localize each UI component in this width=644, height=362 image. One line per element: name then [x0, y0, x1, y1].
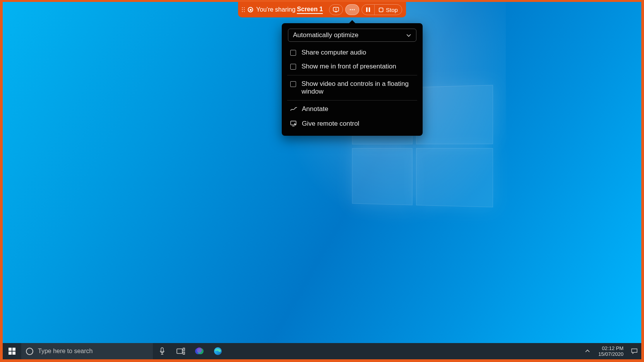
svg-rect-6	[379, 8, 383, 12]
chevron-up-icon	[585, 349, 590, 353]
svg-rect-10	[9, 352, 12, 355]
floating-window-label: Show video and controls in a floating wi…	[301, 80, 414, 96]
svg-point-2	[352, 9, 353, 10]
show-me-checkbox[interactable]: Show me in front of presentation	[285, 60, 420, 73]
cortana-circle-icon	[26, 348, 33, 355]
system-tray: 02:12 PM 15/07/2020	[581, 343, 641, 359]
action-center-button[interactable]	[627, 343, 641, 359]
panel-caret-icon	[349, 20, 355, 23]
drag-handle-icon[interactable]	[242, 7, 245, 12]
chevron-down-icon	[406, 33, 411, 37]
taskbar-search-input[interactable]: Type here to search	[21, 343, 153, 359]
checkbox-icon	[290, 50, 296, 56]
desktop-background: You're sharing Screen 1	[3, 2, 641, 359]
remote-control-menu-item[interactable]: Give remote control	[285, 117, 420, 132]
divider	[287, 75, 417, 75]
pause-sharing-button[interactable]	[362, 5, 374, 15]
webex-icon	[195, 347, 204, 356]
svg-rect-8	[9, 348, 12, 351]
edge-icon	[214, 347, 222, 355]
checkbox-icon	[290, 81, 296, 87]
recording-indicator-icon	[248, 7, 253, 12]
clock-date: 15/07/2020	[598, 351, 623, 357]
optimize-dropdown-label: Automatically optimize	[293, 31, 358, 39]
svg-rect-4	[366, 7, 368, 12]
svg-rect-14	[183, 348, 185, 350]
stop-sharing-button[interactable]: Stop	[375, 5, 402, 15]
divider	[287, 100, 417, 101]
microphone-icon	[159, 347, 165, 355]
svg-rect-13	[177, 349, 182, 353]
svg-rect-12	[161, 348, 163, 352]
start-button[interactable]	[3, 343, 21, 359]
checkbox-icon	[290, 64, 296, 70]
svg-point-1	[350, 9, 351, 10]
windows-taskbar: Type here to search	[3, 343, 641, 359]
optimize-dropdown[interactable]: Automatically optimize	[288, 29, 416, 42]
svg-rect-15	[183, 352, 185, 354]
windows-icon	[9, 348, 15, 355]
svg-rect-5	[369, 7, 370, 12]
more-options-button[interactable]	[345, 4, 359, 15]
notification-icon	[631, 348, 638, 354]
remote-control-icon	[290, 121, 297, 129]
annotate-icon	[290, 106, 297, 114]
svg-rect-9	[12, 348, 15, 351]
annotate-label: Annotate	[302, 105, 328, 113]
share-audio-checkbox[interactable]: Share computer audio	[285, 46, 420, 60]
taskbar-clock[interactable]: 02:12 PM 15/07/2020	[594, 345, 627, 357]
search-placeholder: Type here to search	[38, 348, 92, 355]
task-view-icon	[176, 348, 185, 355]
clock-time: 02:12 PM	[598, 345, 623, 351]
webex-app-button[interactable]	[190, 343, 209, 359]
remote-control-label: Give remote control	[302, 120, 359, 128]
stop-label: Stop	[386, 7, 398, 13]
svg-point-3	[354, 9, 355, 10]
svg-rect-11	[12, 352, 15, 355]
sharing-toolbar: You're sharing Screen 1	[238, 2, 406, 17]
task-view-button[interactable]	[171, 343, 190, 359]
microphone-button[interactable]	[153, 343, 171, 359]
screen-selection-link[interactable]: Screen 1	[297, 6, 323, 14]
pop-out-button[interactable]	[329, 4, 343, 15]
edge-app-button[interactable]	[209, 343, 227, 359]
sharing-status-text: You're sharing	[256, 6, 295, 13]
more-options-panel: Automatically optimize Share computer au…	[282, 23, 423, 136]
pause-stop-group: Stop	[361, 4, 402, 15]
tray-overflow-button[interactable]	[581, 343, 594, 359]
share-audio-label: Share computer audio	[301, 49, 366, 56]
floating-window-checkbox[interactable]: Show video and controls in a floating wi…	[285, 77, 420, 99]
annotate-menu-item[interactable]: Annotate	[285, 102, 420, 117]
show-me-label: Show me in front of presentation	[301, 63, 396, 70]
svg-point-18	[197, 347, 202, 353]
